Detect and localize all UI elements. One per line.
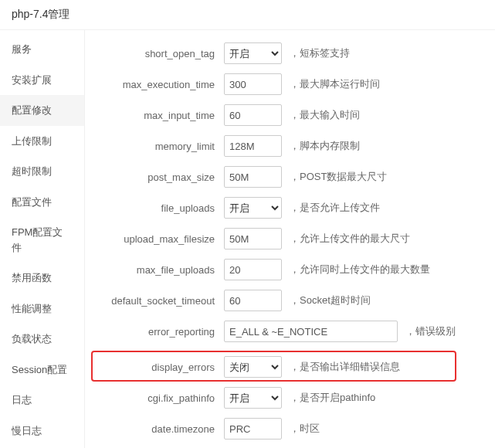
config-select-display-errors[interactable]: 开启关闭 — [224, 356, 282, 378]
config-row-error-reporting: error_reporting，错误级别 — [93, 320, 487, 343]
config-label: display_errors — [93, 361, 224, 373]
config-input-date-timezone[interactable] — [224, 418, 282, 440]
sidebar-item-11[interactable]: 日志 — [0, 385, 84, 416]
config-row-short-open-tag: short_open_tag开启关闭，短标签支持 — [93, 42, 487, 65]
sidebar-item-12[interactable]: 慢日志 — [0, 416, 84, 446]
config-label: cgi.fix_pathinfo — [93, 392, 224, 404]
sidebar: 服务安装扩展配置修改上传限制超时限制配置文件FPM配置文件禁用函数性能调整负载状… — [0, 30, 85, 448]
config-row-max-execution-time: max_execution_time，最大脚本运行时间 — [93, 73, 487, 96]
config-desc: ，允许同时上传文件的最大数量 — [282, 263, 430, 277]
config-desc: ，时区 — [282, 422, 320, 436]
config-desc: ，错误级别 — [398, 324, 456, 338]
sidebar-item-1[interactable]: 安装扩展 — [0, 65, 84, 96]
sidebar-item-3[interactable]: 上传限制 — [0, 126, 84, 157]
config-label: post_max_size — [93, 171, 224, 183]
sidebar-item-4[interactable]: 超时限制 — [0, 156, 84, 187]
config-row-file-uploads: file_uploads开启关闭，是否允许上传文件 — [93, 196, 487, 219]
config-row-max-file-uploads: max_file_uploads，允许同时上传文件的最大数量 — [93, 258, 487, 281]
modal-title: php-7.4管理 — [0, 0, 495, 30]
config-label: file_uploads — [93, 202, 224, 214]
config-label: date.timezone — [93, 423, 224, 435]
config-input-memory-limit[interactable] — [224, 135, 282, 157]
config-desc: ，是否允许上传文件 — [282, 201, 380, 215]
config-input-upload-max-filesize[interactable] — [224, 228, 282, 249]
config-input-default-socket-timeout[interactable] — [224, 290, 282, 311]
config-select-file-uploads[interactable]: 开启关闭 — [224, 197, 282, 219]
sidebar-item-2[interactable]: 配置修改 — [0, 95, 84, 126]
config-desc: ，Socket超时时间 — [282, 294, 371, 307]
config-input-max-input-time[interactable] — [224, 104, 282, 126]
config-desc: ，短标签支持 — [282, 46, 350, 60]
sidebar-item-7[interactable]: 禁用函数 — [0, 263, 84, 294]
config-row-cgi-fix-pathinfo: cgi.fix_pathinfo开启关闭，是否开启pathinfo — [93, 386, 487, 409]
config-desc: ，最大输入时间 — [282, 108, 360, 122]
config-label: max_input_time — [93, 110, 224, 121]
config-desc: ，是否输出详细错误信息 — [282, 360, 400, 374]
config-row-post-max-size: post_max_size，POST数据最大尺寸 — [93, 165, 487, 188]
config-input-max-file-uploads[interactable] — [224, 259, 282, 280]
config-label: max_execution_time — [93, 79, 224, 90]
sidebar-item-8[interactable]: 性能调整 — [0, 294, 84, 324]
config-select-short-open-tag[interactable]: 开启关闭 — [224, 42, 282, 64]
config-desc: ，脚本内存限制 — [282, 139, 360, 153]
config-desc: ，POST数据最大尺寸 — [282, 170, 387, 184]
config-label: max_file_uploads — [93, 264, 224, 276]
config-desc: ，最大脚本运行时间 — [282, 77, 380, 91]
config-row-date-timezone: date.timezone，时区 — [93, 417, 487, 440]
sidebar-item-9[interactable]: 负载状态 — [0, 324, 84, 355]
config-label: short_open_tag — [93, 48, 224, 59]
config-row-memory-limit: memory_limit，脚本内存限制 — [93, 134, 487, 158]
sidebar-item-6[interactable]: FPM配置文件 — [0, 217, 84, 263]
highlighted-row: display_errors开启关闭，是否输出详细错误信息 — [91, 351, 456, 382]
config-desc: ，是否开启pathinfo — [282, 391, 375, 405]
config-row-display-errors: display_errors开启关闭，是否输出详细错误信息 — [93, 355, 455, 378]
sidebar-item-5[interactable]: 配置文件 — [0, 187, 84, 218]
config-label: default_socket_timeout — [93, 295, 224, 307]
sidebar-item-10[interactable]: Session配置 — [0, 355, 84, 385]
config-input-post-max-size[interactable] — [224, 166, 282, 188]
config-label: upload_max_filesize — [93, 233, 224, 245]
config-label: error_reporting — [93, 326, 224, 338]
config-row-max-input-time: max_input_time，最大输入时间 — [93, 104, 487, 127]
config-label: memory_limit — [93, 141, 224, 152]
sidebar-item-0[interactable]: 服务 — [0, 34, 84, 65]
config-row-upload-max-filesize: upload_max_filesize，允许上传文件的最大尺寸 — [93, 227, 487, 250]
config-input-error-reporting[interactable] — [224, 321, 398, 342]
config-select-cgi-fix-pathinfo[interactable]: 开启关闭 — [224, 387, 282, 409]
config-row-default-socket-timeout: default_socket_timeout，Socket超时时间 — [93, 289, 487, 312]
config-input-max-execution-time[interactable] — [224, 73, 282, 95]
config-desc: ，允许上传文件的最大尺寸 — [282, 232, 410, 246]
